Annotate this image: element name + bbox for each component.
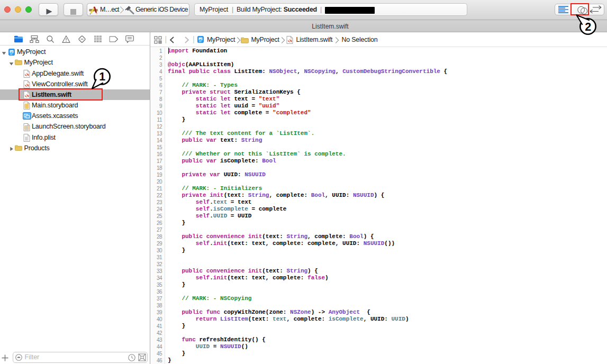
svg-text:1: 1 — [99, 70, 105, 83]
svg-text:2: 2 — [585, 21, 591, 33]
